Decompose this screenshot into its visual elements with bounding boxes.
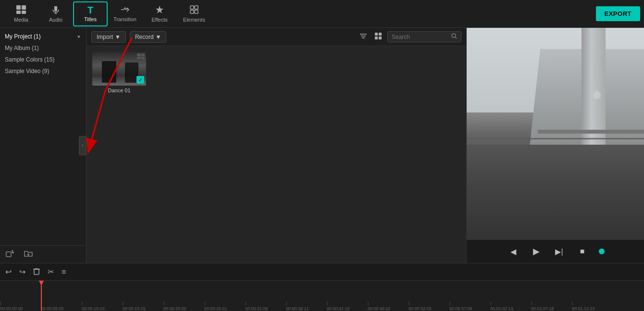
svg-rect-2 <box>16 11 21 14</box>
record-label: Record <box>135 34 154 40</box>
ruler-mark-13: 00:01:07:18 <box>531 301 572 311</box>
export-button[interactable]: EXPORT <box>596 6 640 21</box>
svg-rect-1 <box>22 5 26 10</box>
stop-button[interactable]: ■ <box>576 245 589 258</box>
ruler-mark-14: 00:01:12:23 <box>572 301 613 311</box>
nav-transition[interactable]: Transition <box>108 1 142 26</box>
media-item-label: Dance 01 <box>92 87 146 93</box>
sidebar-item-my-album[interactable]: My Album (1) <box>0 42 86 54</box>
svg-rect-12 <box>12 252 14 253</box>
elements-icon <box>190 5 198 15</box>
nav-effects-label: Effects <box>151 17 167 23</box>
timeline-toolbar: ↩ ↪ ✂ ≡ <box>0 263 644 281</box>
svg-marker-6 <box>156 6 163 13</box>
list-button[interactable]: ≡ <box>60 266 67 278</box>
preview-video: + <box>467 28 644 240</box>
import-button[interactable]: Import ▼ <box>91 31 126 43</box>
svg-rect-7 <box>190 6 194 9</box>
import-label: Import <box>97 34 113 40</box>
road-scene: + <box>467 28 644 240</box>
nav-media[interactable]: Media <box>4 1 38 26</box>
titles-icon: T <box>87 5 93 15</box>
filter-button[interactable] <box>358 31 369 43</box>
content-area: Import ▼ Record ▼ <box>87 28 466 263</box>
sidebar-item-sample-video[interactable]: Sample Video (9) <box>0 65 86 77</box>
preview-panel: + ◀ ▶ ▶| ■ <box>466 28 644 263</box>
prev-frame-button[interactable]: ◀ <box>507 245 520 258</box>
svg-rect-10 <box>195 10 198 13</box>
svg-rect-21 <box>379 37 382 39</box>
ruler-mark-0: 00:00:00:00 <box>0 301 41 311</box>
ruler-mark-2: 00:00:10:10 <box>82 301 123 311</box>
nav-transition-label: Transition <box>113 16 136 22</box>
record-button[interactable]: Record ▼ <box>130 31 167 43</box>
search-icon <box>451 33 457 40</box>
content-toolbar: Import ▼ Record ▼ <box>87 28 466 46</box>
ruler-mark-1: 00:00:05:05 <box>41 301 82 311</box>
timeline-ruler: 00:00:00:00 00:00:05:05 00:00:10:10 00:0… <box>0 281 644 311</box>
ruler-mark-9: 00:00:46:22 <box>368 301 409 311</box>
playhead <box>41 281 42 311</box>
svg-line-23 <box>456 37 457 39</box>
svg-rect-3 <box>22 11 26 14</box>
ruler-mark-3: 00:00:15:15 <box>123 301 163 311</box>
transition-icon <box>120 6 130 15</box>
timeline: ↩ ↪ ✂ ≡ 00:00:00:00 00:00:05:05 00:00:10… <box>0 263 644 311</box>
import-chevron-icon: ▼ <box>115 34 121 40</box>
media-item-dance01[interactable]: ✓ Dance 01 <box>92 52 146 93</box>
svg-rect-8 <box>195 6 198 9</box>
ruler-marks: 00:00:00:00 00:00:05:05 00:00:10:10 00:0… <box>0 281 644 311</box>
delete-button[interactable] <box>32 266 41 278</box>
add-folder-button[interactable] <box>24 249 33 259</box>
nav-audio[interactable]: Audio <box>38 1 73 26</box>
ruler-mark-6: 00:00:31:06 <box>245 301 286 311</box>
record-chevron-icon: ▼ <box>156 34 161 40</box>
search-box <box>387 31 461 42</box>
grid-view-button[interactable] <box>373 31 384 43</box>
ruler-mark-11: 00:00:57:08 <box>449 301 490 311</box>
ruler-mark-12: 00:01:02:13 <box>490 301 531 311</box>
play-button[interactable]: ▶ <box>530 245 543 258</box>
status-dot <box>599 249 605 254</box>
ruler-mark-8: 00:00:41:16 <box>327 301 368 311</box>
media-checked-badge: ✓ <box>136 76 144 84</box>
svg-rect-19 <box>379 33 382 36</box>
svg-rect-20 <box>375 37 378 39</box>
svg-point-22 <box>452 34 456 37</box>
svg-rect-0 <box>16 5 21 10</box>
nav-elements-label: Elements <box>183 17 205 23</box>
effects-icon <box>155 5 164 15</box>
redo-button[interactable]: ↪ <box>18 266 27 278</box>
media-thumbnail-dance01: ✓ <box>92 52 146 86</box>
sidebar-project-label: My Project (1) <box>5 33 41 40</box>
sidebar-item-sample-colors[interactable]: Sample Colors (15) <box>0 54 86 65</box>
next-frame-button[interactable]: ▶| <box>553 245 566 258</box>
svg-rect-18 <box>375 33 378 36</box>
ruler-mark-4: 00:00:20:20 <box>163 301 204 311</box>
cut-button[interactable]: ✂ <box>46 266 55 278</box>
sidebar-item-my-project[interactable]: My Project (1) ▼ <box>0 31 86 42</box>
media-icon <box>16 5 26 15</box>
ruler-mark-10: 00:00:52:03 <box>409 301 449 311</box>
nav-titles[interactable]: T Titles <box>73 1 108 26</box>
svg-rect-9 <box>190 10 194 13</box>
nav-elements[interactable]: Elements <box>177 1 211 26</box>
ruler-mark-7: 00:00:36:11 <box>286 301 327 311</box>
top-nav: Media Audio T Titles Transition Effects <box>0 0 644 28</box>
sidebar-colors-label: Sample Colors (15) <box>5 56 54 63</box>
nav-titles-label: Titles <box>84 16 97 22</box>
nav-effects[interactable]: Effects <box>142 1 177 26</box>
undo-button[interactable]: ↩ <box>4 266 13 278</box>
sidebar-collapse-button[interactable]: ‹ <box>79 136 87 155</box>
ruler-mark-5: 00:00:26:01 <box>204 301 245 311</box>
nav-media-label: Media <box>14 17 28 23</box>
preview-controls: ◀ ▶ ▶| ■ <box>467 240 644 263</box>
media-grid: ✓ Dance 01 <box>87 46 466 263</box>
chevron-down-icon: ▼ <box>76 34 81 39</box>
nav-audio-label: Audio <box>49 17 62 23</box>
search-input[interactable] <box>392 34 449 40</box>
add-media-button[interactable] <box>6 249 14 259</box>
audio-icon <box>51 5 60 15</box>
svg-rect-11 <box>6 252 11 257</box>
sidebar: My Project (1) ▼ My Album (1) Sample Col… <box>0 28 87 263</box>
